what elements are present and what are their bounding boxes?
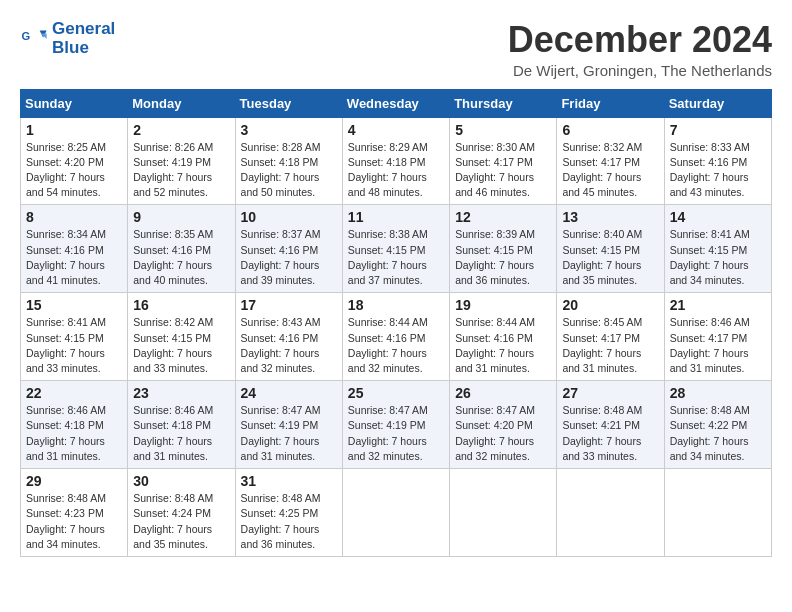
- calendar-cell: 4Sunrise: 8:29 AM Sunset: 4:18 PM Daylig…: [342, 117, 449, 205]
- day-info: Sunrise: 8:44 AM Sunset: 4:16 PM Dayligh…: [348, 315, 444, 376]
- calendar-cell: 31Sunrise: 8:48 AM Sunset: 4:25 PM Dayli…: [235, 469, 342, 557]
- day-info: Sunrise: 8:42 AM Sunset: 4:15 PM Dayligh…: [133, 315, 229, 376]
- calendar-cell: 29Sunrise: 8:48 AM Sunset: 4:23 PM Dayli…: [21, 469, 128, 557]
- calendar-body: 1Sunrise: 8:25 AM Sunset: 4:20 PM Daylig…: [21, 117, 772, 556]
- calendar-cell: 27Sunrise: 8:48 AM Sunset: 4:21 PM Dayli…: [557, 381, 664, 469]
- calendar-cell: [342, 469, 449, 557]
- calendar-cell: 23Sunrise: 8:46 AM Sunset: 4:18 PM Dayli…: [128, 381, 235, 469]
- calendar-cell: 19Sunrise: 8:44 AM Sunset: 4:16 PM Dayli…: [450, 293, 557, 381]
- calendar-cell: 21Sunrise: 8:46 AM Sunset: 4:17 PM Dayli…: [664, 293, 771, 381]
- weekday-header-cell: Thursday: [450, 89, 557, 117]
- calendar-cell: 24Sunrise: 8:47 AM Sunset: 4:19 PM Dayli…: [235, 381, 342, 469]
- calendar-cell: 20Sunrise: 8:45 AM Sunset: 4:17 PM Dayli…: [557, 293, 664, 381]
- day-number: 19: [455, 297, 551, 313]
- calendar-cell: 6Sunrise: 8:32 AM Sunset: 4:17 PM Daylig…: [557, 117, 664, 205]
- day-number: 9: [133, 209, 229, 225]
- day-number: 17: [241, 297, 337, 313]
- title-block: December 2024 De Wijert, Groningen, The …: [508, 20, 772, 79]
- day-info: Sunrise: 8:47 AM Sunset: 4:19 PM Dayligh…: [241, 403, 337, 464]
- day-info: Sunrise: 8:48 AM Sunset: 4:23 PM Dayligh…: [26, 491, 122, 552]
- calendar-week-row: 29Sunrise: 8:48 AM Sunset: 4:23 PM Dayli…: [21, 469, 772, 557]
- day-number: 26: [455, 385, 551, 401]
- day-info: Sunrise: 8:44 AM Sunset: 4:16 PM Dayligh…: [455, 315, 551, 376]
- calendar-cell: [450, 469, 557, 557]
- day-number: 12: [455, 209, 551, 225]
- calendar-cell: [664, 469, 771, 557]
- calendar-cell: 14Sunrise: 8:41 AM Sunset: 4:15 PM Dayli…: [664, 205, 771, 293]
- day-info: Sunrise: 8:32 AM Sunset: 4:17 PM Dayligh…: [562, 140, 658, 201]
- day-info: Sunrise: 8:34 AM Sunset: 4:16 PM Dayligh…: [26, 227, 122, 288]
- day-info: Sunrise: 8:47 AM Sunset: 4:20 PM Dayligh…: [455, 403, 551, 464]
- calendar-week-row: 15Sunrise: 8:41 AM Sunset: 4:15 PM Dayli…: [21, 293, 772, 381]
- day-info: Sunrise: 8:48 AM Sunset: 4:25 PM Dayligh…: [241, 491, 337, 552]
- calendar-cell: 11Sunrise: 8:38 AM Sunset: 4:15 PM Dayli…: [342, 205, 449, 293]
- calendar-week-row: 22Sunrise: 8:46 AM Sunset: 4:18 PM Dayli…: [21, 381, 772, 469]
- day-info: Sunrise: 8:48 AM Sunset: 4:22 PM Dayligh…: [670, 403, 766, 464]
- calendar-cell: 16Sunrise: 8:42 AM Sunset: 4:15 PM Dayli…: [128, 293, 235, 381]
- day-info: Sunrise: 8:43 AM Sunset: 4:16 PM Dayligh…: [241, 315, 337, 376]
- day-number: 7: [670, 122, 766, 138]
- weekday-header-cell: Tuesday: [235, 89, 342, 117]
- calendar-cell: 30Sunrise: 8:48 AM Sunset: 4:24 PM Dayli…: [128, 469, 235, 557]
- day-info: Sunrise: 8:46 AM Sunset: 4:17 PM Dayligh…: [670, 315, 766, 376]
- weekday-header-row: SundayMondayTuesdayWednesdayThursdayFrid…: [21, 89, 772, 117]
- calendar-cell: 9Sunrise: 8:35 AM Sunset: 4:16 PM Daylig…: [128, 205, 235, 293]
- day-number: 29: [26, 473, 122, 489]
- calendar-cell: 25Sunrise: 8:47 AM Sunset: 4:19 PM Dayli…: [342, 381, 449, 469]
- day-number: 28: [670, 385, 766, 401]
- calendar-cell: 5Sunrise: 8:30 AM Sunset: 4:17 PM Daylig…: [450, 117, 557, 205]
- day-info: Sunrise: 8:48 AM Sunset: 4:24 PM Dayligh…: [133, 491, 229, 552]
- weekday-header-cell: Wednesday: [342, 89, 449, 117]
- weekday-header-cell: Saturday: [664, 89, 771, 117]
- calendar-table: SundayMondayTuesdayWednesdayThursdayFrid…: [20, 89, 772, 557]
- calendar-cell: 15Sunrise: 8:41 AM Sunset: 4:15 PM Dayli…: [21, 293, 128, 381]
- day-info: Sunrise: 8:38 AM Sunset: 4:15 PM Dayligh…: [348, 227, 444, 288]
- day-number: 2: [133, 122, 229, 138]
- calendar-cell: 2Sunrise: 8:26 AM Sunset: 4:19 PM Daylig…: [128, 117, 235, 205]
- day-info: Sunrise: 8:41 AM Sunset: 4:15 PM Dayligh…: [26, 315, 122, 376]
- weekday-header-cell: Friday: [557, 89, 664, 117]
- calendar-cell: 1Sunrise: 8:25 AM Sunset: 4:20 PM Daylig…: [21, 117, 128, 205]
- calendar-cell: 12Sunrise: 8:39 AM Sunset: 4:15 PM Dayli…: [450, 205, 557, 293]
- day-info: Sunrise: 8:39 AM Sunset: 4:15 PM Dayligh…: [455, 227, 551, 288]
- day-number: 3: [241, 122, 337, 138]
- day-number: 16: [133, 297, 229, 313]
- day-info: Sunrise: 8:48 AM Sunset: 4:21 PM Dayligh…: [562, 403, 658, 464]
- day-number: 31: [241, 473, 337, 489]
- day-number: 23: [133, 385, 229, 401]
- day-number: 25: [348, 385, 444, 401]
- calendar-cell: 28Sunrise: 8:48 AM Sunset: 4:22 PM Dayli…: [664, 381, 771, 469]
- day-info: Sunrise: 8:47 AM Sunset: 4:19 PM Dayligh…: [348, 403, 444, 464]
- calendar-cell: 18Sunrise: 8:44 AM Sunset: 4:16 PM Dayli…: [342, 293, 449, 381]
- day-info: Sunrise: 8:30 AM Sunset: 4:17 PM Dayligh…: [455, 140, 551, 201]
- calendar-cell: [557, 469, 664, 557]
- day-info: Sunrise: 8:41 AM Sunset: 4:15 PM Dayligh…: [670, 227, 766, 288]
- calendar-week-row: 1Sunrise: 8:25 AM Sunset: 4:20 PM Daylig…: [21, 117, 772, 205]
- calendar-cell: 26Sunrise: 8:47 AM Sunset: 4:20 PM Dayli…: [450, 381, 557, 469]
- location-subtitle: De Wijert, Groningen, The Netherlands: [508, 62, 772, 79]
- day-info: Sunrise: 8:46 AM Sunset: 4:18 PM Dayligh…: [26, 403, 122, 464]
- day-number: 15: [26, 297, 122, 313]
- calendar-cell: 3Sunrise: 8:28 AM Sunset: 4:18 PM Daylig…: [235, 117, 342, 205]
- calendar-cell: 13Sunrise: 8:40 AM Sunset: 4:15 PM Dayli…: [557, 205, 664, 293]
- logo-text: General Blue: [52, 20, 115, 57]
- day-number: 8: [26, 209, 122, 225]
- day-info: Sunrise: 8:46 AM Sunset: 4:18 PM Dayligh…: [133, 403, 229, 464]
- day-number: 24: [241, 385, 337, 401]
- day-number: 11: [348, 209, 444, 225]
- logo: G General Blue: [20, 20, 115, 57]
- calendar-cell: 8Sunrise: 8:34 AM Sunset: 4:16 PM Daylig…: [21, 205, 128, 293]
- day-number: 30: [133, 473, 229, 489]
- day-info: Sunrise: 8:40 AM Sunset: 4:15 PM Dayligh…: [562, 227, 658, 288]
- page-header: G General Blue December 2024 De Wijert, …: [20, 20, 772, 79]
- calendar-cell: 7Sunrise: 8:33 AM Sunset: 4:16 PM Daylig…: [664, 117, 771, 205]
- calendar-week-row: 8Sunrise: 8:34 AM Sunset: 4:16 PM Daylig…: [21, 205, 772, 293]
- month-title: December 2024: [508, 20, 772, 60]
- day-number: 13: [562, 209, 658, 225]
- day-info: Sunrise: 8:37 AM Sunset: 4:16 PM Dayligh…: [241, 227, 337, 288]
- day-info: Sunrise: 8:28 AM Sunset: 4:18 PM Dayligh…: [241, 140, 337, 201]
- calendar-cell: 22Sunrise: 8:46 AM Sunset: 4:18 PM Dayli…: [21, 381, 128, 469]
- day-number: 27: [562, 385, 658, 401]
- day-number: 20: [562, 297, 658, 313]
- day-info: Sunrise: 8:25 AM Sunset: 4:20 PM Dayligh…: [26, 140, 122, 201]
